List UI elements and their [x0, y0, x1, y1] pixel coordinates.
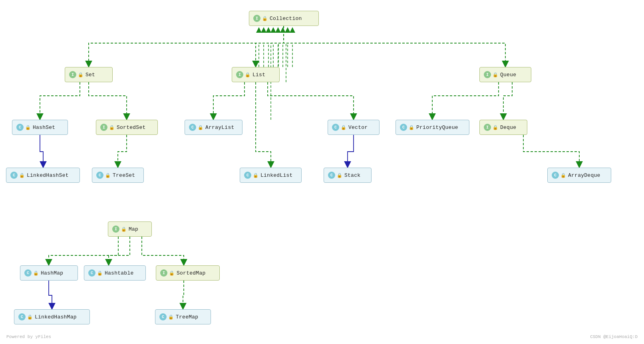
label-collection: Collection [270, 16, 302, 22]
svg-marker-4 [266, 27, 271, 33]
lock-icon-set: 🔒 [78, 72, 83, 77]
watermark-right: CSDN @EijoaHoaiQ:D [590, 334, 638, 339]
svg-marker-3 [261, 27, 266, 33]
svg-marker-7 [280, 27, 286, 33]
node-arraylist[interactable]: C 🔒 ArrayList [185, 120, 242, 135]
badge-c-hashset: C [16, 124, 24, 131]
svg-marker-8 [285, 27, 290, 33]
lock-icon-stack: 🔒 [337, 173, 342, 178]
lock-icon-hashtable: 🔒 [97, 271, 103, 276]
lock-icon-linkedhashset: 🔒 [19, 173, 25, 178]
lock-icon-sortedset: 🔒 [109, 125, 115, 130]
label-sortedmap: SortedMap [177, 270, 206, 276]
label-set: Set [85, 72, 95, 78]
lock-icon-arraydeque: 🔒 [561, 173, 566, 178]
lock-icon-priorityqueue: 🔒 [409, 125, 414, 130]
label-treeset: TreeSet [113, 172, 135, 178]
badge-c-arraydeque: C [552, 172, 559, 179]
badge-c-linkedlist: C [244, 172, 251, 179]
label-sortedset: SortedSet [117, 125, 146, 130]
badge-c-priorityqueue: C [400, 124, 407, 131]
label-list: List [252, 72, 265, 78]
label-hashmap: HashMap [41, 270, 63, 276]
badge-i-sortedset: I [100, 124, 107, 131]
badge-i-set: I [69, 71, 76, 78]
node-set[interactable]: I 🔒 Set [65, 67, 113, 82]
label-priorityqueue: PriorityQueue [416, 125, 458, 130]
lock-icon-hashmap: 🔒 [33, 271, 39, 276]
lock-icon-sortedmap: 🔒 [169, 271, 175, 276]
node-hashtable[interactable]: C 🔒 Hashtable [84, 265, 146, 281]
node-arraydeque[interactable]: C 🔒 ArrayDeque [547, 168, 611, 183]
node-hashmap[interactable]: C 🔒 HashMap [20, 265, 78, 281]
lock-icon-map: 🔒 [121, 227, 127, 232]
node-sortedmap[interactable]: I 🔒 SortedMap [156, 265, 220, 281]
badge-i-list: I [236, 71, 243, 78]
badge-c-arraylist: C [189, 124, 196, 131]
lock-icon-hashset: 🔒 [25, 125, 31, 130]
lock-icon-queue: 🔒 [493, 72, 498, 77]
label-hashset: HashSet [33, 125, 55, 130]
diagram-container: I 🔒 Collection I 🔒 Set I 🔒 List I 🔒 Queu… [0, 0, 644, 344]
badge-c-treemap: C [159, 313, 167, 320]
svg-marker-9 [290, 27, 295, 33]
label-linkedhashmap: LinkedHashMap [35, 314, 77, 320]
node-linkedhashmap[interactable]: C 🔒 LinkedHashMap [14, 309, 90, 324]
node-linkedlist[interactable]: C 🔒 LinkedList [240, 168, 302, 183]
badge-i-map: I [112, 225, 119, 233]
badge-c-hashmap: C [24, 269, 32, 277]
badge-c-treeset: C [96, 172, 103, 179]
badge-i-queue: I [484, 71, 491, 78]
label-linkedlist: LinkedList [260, 172, 293, 178]
lock-icon-linkedlist: 🔒 [253, 173, 258, 178]
node-queue[interactable]: I 🔒 Queue [479, 67, 531, 82]
badge-c-stack: C [328, 172, 335, 179]
node-treeset[interactable]: C 🔒 TreeSet [92, 168, 144, 183]
label-stack: Stack [344, 172, 360, 178]
badge-c-vector: C [332, 124, 339, 131]
label-linkedhashset: LinkedHashSet [27, 172, 69, 178]
badge-i-sortedmap: I [160, 269, 167, 277]
node-list[interactable]: I 🔒 List [232, 67, 280, 82]
lock-icon-collection: 🔒 [262, 16, 268, 21]
label-map: Map [129, 226, 138, 232]
node-collection[interactable]: I 🔒 Collection [249, 11, 319, 26]
badge-c-hashtable: C [88, 269, 95, 277]
node-hashset[interactable]: C 🔒 HashSet [12, 120, 68, 135]
badge-c-linkedhashmap: C [18, 313, 26, 320]
lock-icon-treemap: 🔒 [168, 314, 174, 320]
node-linkedhashset[interactable]: C 🔒 LinkedHashSet [6, 168, 80, 183]
node-vector[interactable]: C 🔒 Vector [328, 120, 380, 135]
node-deque[interactable]: I 🔒 Deque [479, 120, 527, 135]
label-arraydeque: ArrayDeque [568, 172, 600, 178]
lock-icon-list: 🔒 [245, 72, 250, 77]
label-vector: Vector [348, 125, 368, 130]
label-queue: Queue [500, 72, 516, 78]
label-hashtable: Hashtable [105, 270, 134, 276]
label-arraylist: ArrayList [205, 125, 235, 130]
node-sortedset[interactable]: I 🔒 SortedSet [96, 120, 158, 135]
badge-i-collection: I [253, 15, 260, 22]
svg-marker-6 [275, 27, 281, 33]
badge-i-deque: I [484, 124, 491, 131]
node-stack[interactable]: C 🔒 Stack [324, 168, 372, 183]
lock-icon-vector: 🔒 [341, 125, 346, 130]
badge-c-linkedhashset: C [10, 172, 18, 179]
node-map[interactable]: I 🔒 Map [108, 221, 152, 237]
svg-marker-2 [256, 27, 262, 33]
node-treemap[interactable]: C 🔒 TreeMap [155, 309, 211, 324]
label-deque: Deque [500, 125, 516, 130]
watermark-left: Powered by yFiles [6, 334, 51, 339]
lock-icon-deque: 🔒 [493, 125, 498, 130]
node-priorityqueue[interactable]: C 🔒 PriorityQueue [396, 120, 469, 135]
label-treemap: TreeMap [176, 314, 198, 320]
lock-icon-treeset: 🔒 [105, 173, 111, 178]
lock-icon-linkedhashmap: 🔒 [27, 314, 33, 320]
svg-marker-5 [270, 27, 276, 33]
lock-icon-arraylist: 🔒 [198, 125, 203, 130]
